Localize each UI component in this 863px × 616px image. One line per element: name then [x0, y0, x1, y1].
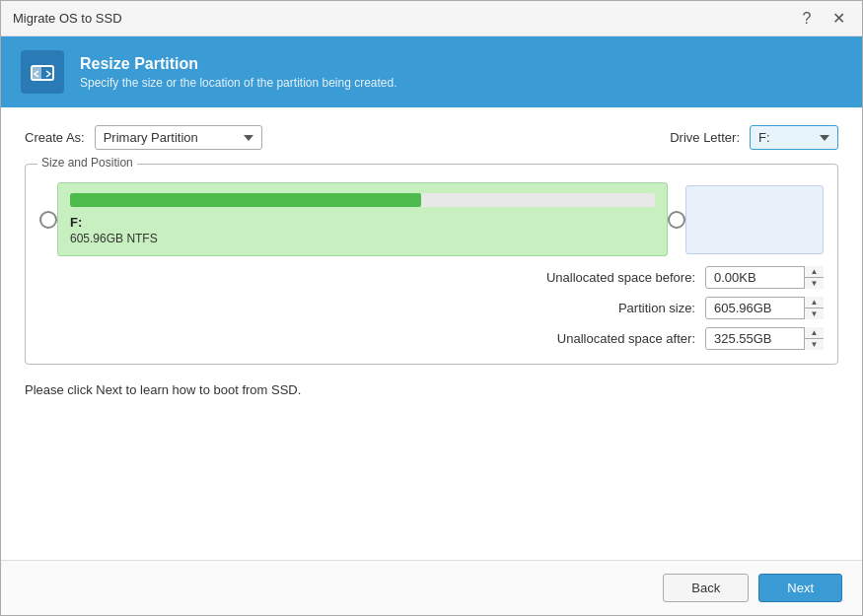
drive-letter-group: Drive Letter: F:G:H:I:: [670, 125, 838, 150]
header-text: Resize Partition Specify the size or the…: [80, 55, 397, 90]
title-controls: ? ✕: [795, 7, 850, 31]
resize-icon: [29, 58, 56, 86]
unallocated-after-label: Unallocated space after:: [557, 331, 695, 346]
left-handle[interactable]: [39, 211, 57, 229]
unallocated-before-spin-down[interactable]: ▼: [805, 278, 824, 289]
notice-text: Please click Next to learn how to boot f…: [25, 378, 838, 401]
partition-size-label: Partition size:: [618, 301, 695, 315]
unallocated-block: [685, 185, 824, 254]
size-position-group: Size and Position F: 605.96GB NTFS Unall…: [25, 164, 838, 365]
window-title: Migrate OS to SSD: [13, 11, 122, 26]
unallocated-after-spin-up[interactable]: ▲: [805, 327, 824, 339]
partition-info: 605.96GB NTFS: [70, 232, 655, 245]
partition-size-spinbox: ▲ ▼: [705, 297, 824, 319]
unallocated-before-spin-buttons: ▲ ▼: [804, 266, 824, 289]
unallocated-after-spin-down[interactable]: ▼: [805, 339, 824, 350]
unallocated-before-spin-up[interactable]: ▲: [805, 266, 824, 278]
unallocated-after-spin-buttons: ▲ ▼: [804, 327, 824, 350]
header-subtitle: Specify the size or the location of the …: [80, 76, 397, 90]
partition-bar-fill: [70, 193, 421, 207]
header-title: Resize Partition: [80, 55, 397, 73]
drive-letter-select[interactable]: F:G:H:I:: [750, 125, 838, 150]
close-button[interactable]: ✕: [827, 7, 850, 31]
unallocated-before-label: Unallocated space before:: [546, 270, 695, 285]
unallocated-before-row: Unallocated space before: ▲ ▼: [49, 266, 824, 289]
right-handle[interactable]: [668, 211, 685, 229]
partition-size-spin-up[interactable]: ▲: [805, 297, 824, 308]
unallocated-after-spinbox: ▲ ▼: [705, 327, 824, 350]
group-legend: Size and Position: [37, 156, 137, 170]
partition-bar-container: [70, 193, 655, 207]
create-as-select[interactable]: Primary PartitionLogical Partition: [95, 125, 262, 150]
partition-size-row: Partition size: ▲ ▼: [49, 297, 824, 319]
unallocated-before-spinbox: ▲ ▼: [705, 266, 824, 289]
help-button[interactable]: ?: [795, 7, 819, 31]
header-banner: Resize Partition Specify the size or the…: [1, 36, 862, 107]
create-as-row: Create As: Primary PartitionLogical Part…: [25, 125, 838, 150]
back-button[interactable]: Back: [663, 574, 749, 602]
partition-visual: F: 605.96GB NTFS: [39, 182, 824, 256]
fields-area: Unallocated space before: ▲ ▼ Partition …: [39, 266, 824, 350]
partition-block: F: 605.96GB NTFS: [57, 182, 668, 256]
header-icon: [21, 50, 64, 94]
partition-label: F:: [70, 215, 655, 230]
main-window: Migrate OS to SSD ? ✕ Resize Partition S…: [0, 0, 863, 616]
title-bar: Migrate OS to SSD ? ✕: [1, 1, 862, 36]
next-button[interactable]: Next: [758, 574, 842, 602]
partition-size-spin-down[interactable]: ▼: [805, 308, 824, 319]
content-area: Create As: Primary PartitionLogical Part…: [1, 107, 862, 560]
unallocated-after-row: Unallocated space after: ▲ ▼: [49, 327, 824, 350]
create-as-label: Create As:: [25, 130, 85, 145]
footer: Back Next: [1, 560, 862, 615]
drive-letter-label: Drive Letter:: [670, 130, 740, 145]
partition-size-spin-buttons: ▲ ▼: [804, 297, 824, 319]
